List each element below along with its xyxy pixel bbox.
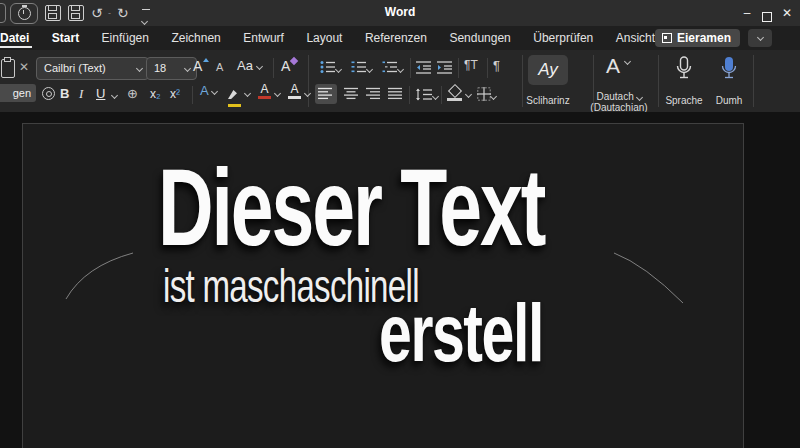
font-name-value: Cailbri (Text) [44, 62, 106, 74]
decrease-indent-icon [416, 60, 432, 74]
language-button[interactable]: A [606, 54, 630, 78]
separator [410, 58, 411, 78]
clipboard-clip [4, 57, 11, 62]
shading-button[interactable] [447, 85, 462, 101]
underline-button[interactable]: U [96, 86, 105, 101]
tab-datei[interactable]: Datei [0, 26, 38, 49]
chevron-down-icon [490, 93, 497, 100]
sort-button[interactable]: ¶T [464, 58, 478, 72]
grow-font-button[interactable]: A [193, 58, 209, 74]
bullet-list-button[interactable] [320, 60, 341, 78]
chevron-down-icon [366, 66, 373, 73]
character-shading-button[interactable]: A [288, 84, 301, 99]
bold-button[interactable]: B [60, 86, 69, 101]
chevron-down-icon[interactable] [111, 92, 118, 99]
save-as-button[interactable] [68, 5, 84, 21]
separator [458, 58, 459, 78]
tab-start[interactable]: Start [43, 26, 88, 49]
borders-icon [477, 87, 491, 101]
font-size-value: 18 [154, 62, 166, 74]
align-right-button[interactable] [363, 84, 385, 104]
separator [409, 86, 410, 104]
highlighter-icon [228, 90, 237, 99]
subscript-mark: ₂ [156, 87, 161, 101]
bullet-list-icon [320, 60, 336, 74]
document-area: Dieser Text ist maschaschinell erstell [0, 112, 800, 448]
superscript-button[interactable]: x² [170, 87, 180, 101]
ribbon-tabs: Datei Start Einfügen Zeichnen Entwurf La… [0, 26, 664, 50]
document-text-line1[interactable]: Dieser Text [158, 152, 544, 262]
chevron-down-icon [635, 94, 642, 101]
tab-layout[interactable]: Layout [297, 26, 351, 49]
format-painter-icon[interactable] [42, 87, 55, 100]
group-divider [753, 55, 754, 107]
separator [273, 58, 274, 78]
window-title: Word [300, 5, 500, 19]
change-case-button[interactable]: Aa [237, 58, 262, 73]
chevron-down-icon [624, 58, 631, 65]
font-name-select[interactable]: Cailbri (Text) [36, 57, 149, 80]
cut-icon[interactable]: ✕ [19, 60, 29, 74]
align-right-icon [366, 87, 381, 100]
qat-partial-icon[interactable] [0, 3, 6, 23]
font-color-glyph: A [258, 84, 271, 95]
document-text-line3[interactable]: erstell [379, 292, 543, 374]
format-painter-inner [46, 91, 52, 97]
tab-einfuegen[interactable]: Einfügen [93, 26, 158, 49]
word-window: ↺ - ↻ Word – ✕ Datei Start Einfügen Zeic… [0, 0, 800, 448]
share-button[interactable]: Eieramen [655, 29, 740, 47]
separator [192, 86, 193, 104]
font-color-bar [258, 96, 271, 99]
decrease-indent-button[interactable] [416, 60, 432, 78]
undo-button[interactable]: ↺ [91, 4, 103, 22]
align-left-button[interactable] [315, 84, 337, 104]
superscript-mark: ² [176, 87, 180, 101]
italic-button[interactable]: I [79, 86, 83, 102]
font-color-button[interactable]: A [258, 84, 271, 99]
ribbon-tab-row: Datei Start Einfügen Zeichnen Entwurf La… [0, 26, 800, 50]
numbered-list-icon [351, 60, 367, 74]
close-button[interactable]: ✕ [778, 4, 796, 22]
save-button[interactable] [45, 5, 61, 21]
strikethrough-button[interactable]: ⊕ [127, 86, 138, 101]
language-label[interactable]: Dautach [580, 91, 658, 102]
tab-ueberpruefen[interactable]: Überprüfen [524, 26, 602, 49]
speech-button[interactable] [676, 56, 692, 86]
styles-button[interactable]: Ay [528, 55, 568, 85]
align-center-button[interactable] [341, 84, 363, 104]
shrink-font-button[interactable]: A [216, 61, 223, 73]
shading-diamond-icon [448, 84, 462, 98]
text-effects-button[interactable]: A [281, 58, 297, 74]
format-painter-partial-label[interactable]: gen [0, 84, 36, 102]
tab-referenzen[interactable]: Referenzen [356, 26, 436, 49]
redo-button[interactable]: ↻ [117, 4, 129, 22]
paste-clipboard-icon[interactable] [1, 59, 15, 78]
dictate-microphone-icon [721, 56, 737, 82]
dictate-button[interactable] [721, 56, 737, 86]
justify-icon [388, 87, 403, 100]
font-size-select[interactable]: 18 [146, 57, 197, 80]
justify-button[interactable] [385, 84, 407, 104]
maximize-button[interactable] [758, 4, 776, 22]
tab-entwurf[interactable]: Entwurf [234, 26, 293, 49]
highlight-color-button[interactable] [228, 85, 241, 107]
minimize-button[interactable]: – [738, 4, 756, 22]
tab-zeichnen[interactable]: Zeichnen [162, 26, 229, 49]
language-icon: A [606, 54, 619, 77]
numbered-list-button[interactable] [351, 60, 372, 78]
text-effects-color-button[interactable]: A [200, 83, 217, 98]
qat-separator-dot: - [108, 8, 111, 18]
tab-sendungen[interactable]: Sendungen [440, 26, 519, 49]
ribbon-collapse-button[interactable] [748, 29, 772, 47]
autosave-button[interactable] [10, 3, 38, 24]
change-case-glyph: Aa [237, 58, 253, 73]
borders-button[interactable] [477, 87, 496, 105]
subscript-button[interactable]: x₂ [150, 87, 161, 101]
show-paragraph-marks-button[interactable]: ¶ [493, 58, 500, 73]
microphone-icon [676, 56, 692, 82]
chevron-down-icon [756, 34, 763, 41]
multilevel-list-button[interactable] [382, 60, 403, 78]
increase-indent-button[interactable] [437, 60, 453, 78]
document-page[interactable]: Dieser Text ist maschaschinell erstell [22, 123, 744, 448]
line-spacing-button[interactable] [415, 87, 438, 105]
